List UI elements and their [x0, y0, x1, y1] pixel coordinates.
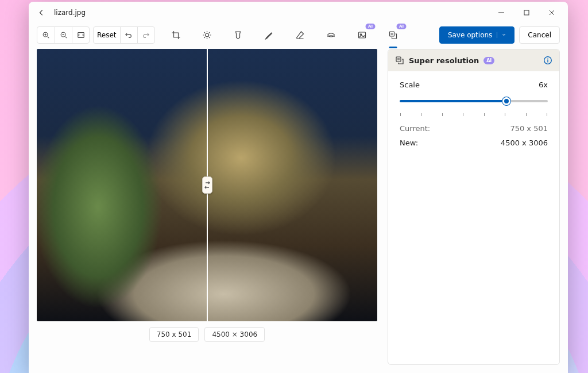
window-controls — [489, 3, 564, 22]
adjust-tool[interactable] — [198, 26, 215, 44]
panel-body: Scale 6x Current: 750 x 501 New: — [388, 71, 559, 162]
crop-icon — [171, 30, 180, 40]
svg-rect-8 — [396, 57, 401, 61]
svg-point-4 — [205, 33, 208, 37]
current-label: Current: — [400, 124, 430, 133]
action-buttons: Save options Cancel — [439, 26, 560, 44]
save-label: Save options — [448, 31, 492, 39]
redo-icon — [142, 31, 150, 39]
scale-label: Scale — [400, 80, 420, 89]
file-name: lizard.jpg — [54, 9, 86, 17]
info-icon — [543, 56, 552, 65]
erase-tool[interactable] — [291, 26, 308, 44]
side-panel: Super resolution AI Scale 6x — [388, 49, 560, 365]
background-icon — [357, 30, 366, 40]
size-labels: 750 x 501 4500 × 3006 — [149, 327, 265, 342]
titlebar: lizard.jpg — [29, 2, 568, 24]
zoom-in-button[interactable] — [37, 27, 55, 43]
zoom-out-button[interactable] — [55, 27, 72, 43]
ai-badge: AI — [483, 57, 494, 64]
panel-header: Super resolution AI — [388, 49, 559, 71]
reset-button[interactable]: Reset — [94, 27, 120, 43]
scale-slider[interactable] — [400, 95, 548, 111]
chevron-down-icon — [497, 32, 506, 38]
ai-badge: AI — [366, 24, 375, 29]
history-group: Reset — [93, 26, 155, 44]
back-button[interactable] — [32, 3, 51, 22]
superres-tool[interactable]: AI — [384, 26, 401, 44]
ai-badge: AI — [397, 24, 406, 29]
slider-thumb[interactable] — [502, 97, 510, 105]
swap-icon — [204, 181, 211, 189]
toolbar: Reset — [29, 24, 568, 47]
new-label: New: — [400, 139, 418, 147]
close-icon — [549, 10, 555, 16]
filter-icon — [233, 30, 242, 40]
current-value: 750 x 501 — [510, 124, 548, 133]
info-button[interactable] — [543, 56, 552, 65]
minimize-button[interactable] — [489, 3, 514, 22]
zoom-out-icon — [60, 31, 68, 39]
original-size-label: 750 x 501 — [149, 327, 199, 342]
markup-tool[interactable] — [260, 26, 277, 44]
maximize-button[interactable] — [514, 3, 539, 22]
new-value: 4500 x 3006 — [501, 139, 548, 147]
maximize-icon — [524, 10, 529, 16]
fit-button[interactable] — [72, 27, 89, 43]
redo-button[interactable] — [137, 27, 154, 43]
content-area: 750 x 501 4500 × 3006 Super resolution A… — [29, 47, 568, 373]
erase-icon — [295, 30, 304, 40]
background-tool[interactable]: AI — [353, 26, 370, 44]
retouch-tool[interactable] — [322, 26, 339, 44]
canvas-column: 750 x 501 4500 × 3006 — [37, 49, 377, 365]
edit-tools: AI AI — [167, 26, 401, 44]
close-button[interactable] — [539, 3, 564, 22]
arrow-left-icon — [37, 9, 45, 17]
undo-icon — [125, 31, 133, 39]
slider-fill — [400, 100, 506, 102]
zoom-group — [37, 26, 90, 44]
superres-icon — [388, 30, 397, 40]
superres-panel-icon — [395, 56, 404, 65]
zoom-in-icon — [42, 31, 50, 39]
crop-tool[interactable] — [167, 26, 184, 44]
retouch-icon — [326, 30, 335, 40]
svg-rect-7 — [389, 32, 394, 36]
scale-value: 6x — [539, 80, 548, 89]
markup-icon — [264, 30, 273, 40]
cancel-button[interactable]: Cancel — [519, 26, 560, 44]
panel-title: Super resolution — [409, 56, 479, 65]
adjust-icon — [202, 30, 211, 40]
new-size-label: 4500 × 3006 — [204, 327, 265, 342]
minimize-icon — [498, 10, 504, 16]
undo-button[interactable] — [120, 27, 137, 43]
app-window: lizard.jpg Reset — [29, 2, 568, 373]
fit-icon — [77, 31, 85, 39]
image-canvas[interactable] — [37, 49, 377, 321]
compare-handle[interactable] — [202, 176, 212, 194]
filter-tool[interactable] — [229, 26, 246, 44]
svg-rect-0 — [524, 10, 529, 15]
save-options-button[interactable]: Save options — [439, 26, 514, 44]
